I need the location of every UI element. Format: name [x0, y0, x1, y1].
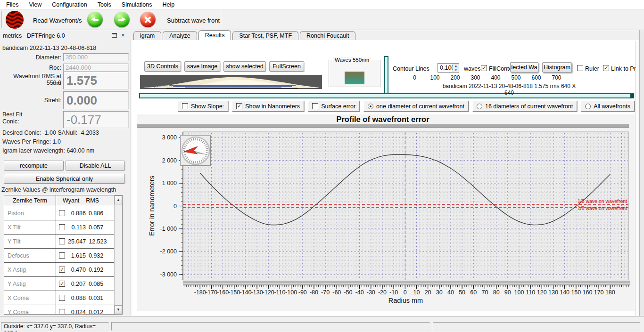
wyant-value: 0.470	[68, 267, 86, 273]
svg-text:-2 000: -2 000	[160, 248, 177, 255]
option-16-diameters-of-current-wavefront[interactable]: 16 diameters of current wavefront	[472, 101, 577, 112]
profile-chart-svg[interactable]: 1/8 wave on wavefront1/8 wave on wavefro…	[137, 128, 635, 311]
button-fullscreen[interactable]: FullScreen	[269, 61, 304, 72]
recompute-button[interactable]: recompute	[4, 161, 64, 170]
subtract-wavefront-label[interactable]: Subtract wave front	[167, 17, 220, 24]
read-wavefronts-label[interactable]: Read Wavefront/s	[33, 17, 82, 24]
zernike-table: Zernike Term Wyant RMS Piston0.8860.886X…	[4, 195, 123, 315]
waves-per-fringe-text: Waves Per Fringe: 1.0	[2, 138, 61, 145]
zernike-values-title: Zernike Values @ interferogram wavelengt…	[1, 186, 116, 193]
menu-item-help[interactable]: Help	[157, 1, 180, 8]
option-surface-error[interactable]: Surface error	[308, 101, 360, 112]
table-row[interactable]: X Tilt0.1130.057	[4, 220, 122, 235]
table-row[interactable]: X Astig✓0.4700.192	[4, 263, 122, 277]
delete-wavefront-button[interactable]	[140, 12, 156, 27]
menu-item-view[interactable]: View	[24, 1, 47, 8]
splitter-end-cap	[630, 94, 634, 98]
vertical-splitter-handle[interactable]	[384, 56, 388, 95]
ruler-label: Ruler	[585, 65, 599, 72]
float-dock-icon[interactable]	[112, 33, 117, 38]
svg-text:3 000: 3 000	[162, 134, 177, 141]
svg-text:-170: -170	[206, 289, 217, 296]
zernike-enable-checkbox[interactable]: ✓	[59, 267, 65, 273]
link-to-profile-checkbox[interactable]: ✓	[603, 65, 609, 71]
svg-text:-3 000: -3 000	[160, 271, 177, 278]
spin-down-icon[interactable]: ▼	[454, 69, 457, 72]
zernike-table-scrollbar[interactable]: ▲ ▼	[114, 195, 122, 314]
status-field-middle	[111, 322, 430, 331]
ruler-checkbox[interactable]	[577, 65, 583, 71]
checkbox-icon	[312, 103, 318, 109]
tab-results[interactable]: Results	[198, 30, 231, 40]
zernike-enable-checkbox[interactable]	[59, 295, 65, 301]
diameter-field[interactable]: 350.000	[63, 53, 129, 61]
toolbar-grip[interactable]	[1, 11, 3, 28]
table-row[interactable]: Y Tilt25.04712.523	[4, 235, 122, 249]
menu-item-simulations[interactable]: Simulations	[116, 1, 157, 8]
interferogram-icon[interactable]	[6, 11, 24, 29]
svg-text:-100: -100	[285, 289, 297, 296]
svg-text:2 000: 2 000	[162, 157, 177, 164]
enable-spherical-only-button[interactable]: Enable Spherical only	[4, 174, 125, 184]
disable-all-button[interactable]: Disable ALL	[66, 161, 125, 170]
option-one-diameter-of-current-wavefront[interactable]: one diameter of current wavefront	[363, 101, 469, 112]
column-header-wyant[interactable]: Wyant	[63, 197, 79, 204]
rms-value: 0.057	[89, 224, 106, 231]
right-scroll-strip[interactable]	[636, 41, 639, 316]
option-label: Surface error	[321, 103, 355, 110]
selected-wavefronts-button[interactable]: lected Wa	[510, 62, 538, 73]
fill-contour-label: FillContou	[489, 65, 510, 72]
menu-item-files[interactable]: Files	[1, 1, 24, 8]
window-right-edge	[639, 30, 644, 316]
wavefront-3d-preview[interactable]	[140, 75, 322, 89]
rms-value: 0.932	[89, 252, 106, 259]
close-dock-icon[interactable]: ×	[121, 32, 125, 38]
option-show-in-nanometers[interactable]: ✓Show in Nanometers	[232, 101, 304, 112]
tab-star-test-psf-mtf[interactable]: Star Test, PSF, MTF	[232, 31, 298, 40]
svg-text:180: 180	[605, 289, 615, 296]
option-show-slope-[interactable]: Show Slope:	[178, 101, 228, 112]
table-row[interactable]: Y Coma0.0240.012	[4, 305, 122, 315]
option-all-wavefronts[interactable]: All wavefronts	[581, 101, 635, 112]
tab-ronchi-foucault[interactable]: Ronchi Foucault	[300, 31, 355, 40]
button-save-image[interactable]: save Image	[184, 61, 220, 72]
zernike-enable-checkbox[interactable]: ✓	[59, 281, 65, 287]
svg-text:10: 10	[413, 289, 420, 296]
zernike-enable-checkbox[interactable]	[59, 238, 65, 244]
svg-text:-50: -50	[344, 289, 352, 296]
previous-wavefront-button[interactable]	[87, 12, 103, 27]
table-row[interactable]: Y Astig✓0.2070.085	[4, 277, 122, 291]
tab-igram[interactable]: igram	[133, 31, 161, 40]
svg-text:150: 150	[571, 289, 581, 296]
svg-text:-110: -110	[274, 289, 285, 296]
zernike-enable-checkbox[interactable]	[59, 210, 65, 216]
table-row[interactable]: Defocus1.6150.932	[4, 249, 122, 263]
rms-value: 0.192	[89, 267, 106, 273]
menu-item-configuration[interactable]: Configuration	[47, 1, 92, 8]
histogram-button[interactable]: Histogram	[542, 62, 572, 73]
column-header-rms[interactable]: RMS	[86, 197, 99, 204]
roc-field[interactable]: 2440.000	[63, 64, 129, 72]
table-row[interactable]: Piston0.8860.886	[4, 206, 122, 220]
zernike-enable-checkbox[interactable]	[59, 309, 65, 315]
menu-item-tools[interactable]: Tools	[92, 1, 116, 8]
scroll-up-icon[interactable]: ▲	[115, 195, 122, 204]
zernike-enable-checkbox[interactable]	[59, 224, 65, 230]
waves-550nm-groupbox: Waves 550nm	[329, 60, 380, 87]
arrow-left-icon	[91, 17, 99, 22]
scroll-down-icon[interactable]: ▼	[115, 305, 122, 314]
next-wavefront-button[interactable]	[114, 12, 130, 27]
tab-analyze[interactable]: Analyze	[163, 31, 197, 40]
contour-lines-spinbox[interactable]: 0,100 ▲▼	[438, 63, 459, 73]
button-3d-controls[interactable]: 3D Controls	[144, 61, 181, 72]
spin-up-icon[interactable]: ▲	[454, 65, 457, 67]
button-show-selected[interactable]: show selected	[223, 61, 266, 72]
zernike-enable-checkbox[interactable]	[59, 252, 65, 259]
column-header-term[interactable]: Zernike Term	[4, 195, 56, 206]
table-row[interactable]: X Coma0.0880.031	[4, 291, 122, 305]
fill-contour-checkbox[interactable]: ✓	[481, 65, 487, 71]
svg-text:1 000: 1 000	[162, 180, 177, 186]
svg-text:-80: -80	[310, 289, 318, 296]
igram-wavelength-text: Igram laser wavelength: 640.00 nm	[2, 147, 94, 154]
option-label: All wavefronts	[594, 103, 630, 110]
